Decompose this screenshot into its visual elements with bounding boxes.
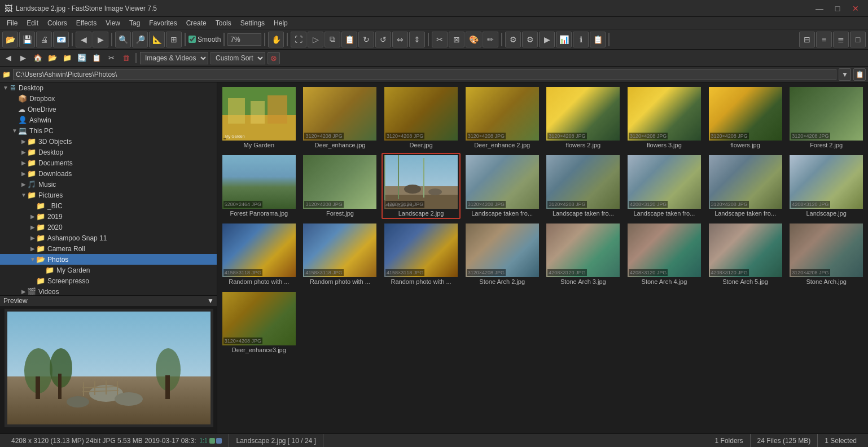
sidebar-item-ashampoo[interactable]: ▶ 📁 Ashampoo Snap 11 — [0, 233, 217, 243]
filter-select[interactable]: Images & Videos All Files Images Only Vi… — [140, 52, 208, 64]
sidebar-item-desktop2[interactable]: ▶ 📁 Desktop — [0, 147, 217, 157]
hand-tool-button[interactable]: ✋ — [268, 32, 284, 47]
crop-button[interactable]: ✂ — [432, 32, 448, 47]
sidebar-item-cameraroll[interactable]: ▶ 📁 Camera Roll — [0, 243, 217, 254]
nav-forward-button[interactable]: ▶ — [17, 52, 29, 64]
minimize-button[interactable]: — — [812, 2, 827, 15]
address-extra-button[interactable]: 📋 — [853, 68, 866, 81]
color-button[interactable]: 🎨 — [466, 32, 481, 47]
view-details-button[interactable]: ≣ — [833, 32, 849, 47]
address-go-button[interactable]: ▼ — [839, 68, 851, 81]
print-button[interactable]: 🖨 — [36, 32, 52, 47]
sidebar-item-3dobjects[interactable]: ▶ 📁 3D Objects — [0, 136, 217, 147]
menu-favorites[interactable]: Favorites — [144, 18, 181, 28]
close-button[interactable]: ✕ — [848, 2, 863, 15]
sidebar-item-dropbox[interactable]: 📦 Dropbox — [0, 93, 217, 104]
nav-back-button[interactable]: ◀ — [2, 52, 15, 64]
sidebar-item-thispc[interactable]: ▼ 💻 This PC — [0, 125, 217, 136]
thumbnail-item[interactable]: 3120×4208 JPG flowers 3.jpg — [625, 85, 704, 151]
thumbnail-item[interactable]: 4208×3120 JPG Landscape taken fro... — [625, 153, 704, 219]
slideshow-button[interactable]: ▷ — [308, 32, 323, 47]
sidebar-item-onedrive[interactable]: ☁ OneDrive — [0, 104, 217, 115]
thumbnail-item[interactable]: 4208×3120 JPG Stone Arch 5.jpg — [706, 221, 785, 287]
copy-button[interactable]: 📋 — [341, 32, 357, 47]
fullscreen-button[interactable]: ⛶ — [291, 32, 306, 47]
new-folder-button[interactable]: 📁 — [61, 52, 73, 64]
view-list-button[interactable]: ≡ — [816, 32, 832, 47]
thumbnail-item[interactable]: 3120×4208 JPG flowers 2.jpg — [544, 85, 623, 151]
sidebar-item-music[interactable]: ▶ 🎵 Music — [0, 179, 217, 190]
maximize-button[interactable]: □ — [830, 2, 845, 15]
thumbnail-item[interactable]: 3120×4208 JPG flowers.jpg — [706, 85, 785, 151]
titlebar-controls[interactable]: — □ ✕ — [812, 2, 863, 15]
menu-settings[interactable]: Settings — [236, 18, 269, 28]
thumbnail-item[interactable]: 3120×4208 JPG Landscape taken fro... — [544, 153, 623, 219]
delete-button[interactable]: 🗑 — [120, 52, 132, 64]
address-input[interactable] — [13, 69, 836, 80]
thumbnail-item[interactable]: 4208×3120 JPG Stone Arch 4.jpg — [625, 221, 704, 287]
flip-h-button[interactable]: ⇔ — [392, 32, 408, 47]
menu-edit[interactable]: Edit — [22, 18, 43, 28]
zoom-out-button[interactable]: 🔎 — [132, 32, 148, 47]
thumbnail-item[interactable]: 4158×3118 JPG Random photo with ... — [382, 221, 461, 287]
rotate-cw-button[interactable]: ↻ — [358, 32, 374, 47]
home-button[interactable]: 🏠 — [32, 52, 44, 64]
menu-create[interactable]: Create — [182, 18, 211, 28]
save-button[interactable]: 💾 — [19, 32, 35, 47]
compare-button[interactable]: ⧉ — [325, 32, 340, 47]
sidebar-item-mygarden[interactable]: 📁 My Garden — [0, 265, 217, 275]
resize-button[interactable]: ⊠ — [449, 32, 464, 47]
batch-button[interactable]: ⚙ — [522, 32, 538, 47]
thumbnail-item[interactable]: 3120×4208 JPG Deer.jpg — [382, 85, 461, 151]
sidebar-item-2020[interactable]: ▶ 📁 2020 — [0, 222, 217, 233]
stop-button[interactable]: ⊗ — [268, 52, 280, 64]
sidebar-item-2019[interactable]: ▶ 📁 2019 — [0, 211, 217, 222]
sidebar-item-pictures[interactable]: ▼ 📁 Pictures — [0, 190, 217, 200]
sort-select[interactable]: Custom Sort By Name By Date By Size By T… — [211, 52, 265, 64]
folder-button[interactable]: 📂 — [46, 52, 59, 64]
sidebar-item-photos[interactable]: ▼ 📂 Photos — [0, 254, 217, 265]
email-button[interactable]: 📧 — [53, 32, 69, 47]
move-to-button[interactable]: ✂ — [105, 52, 117, 64]
thumbnail-item[interactable]: 3120×4208 JPG Deer_enhance 2.jpg — [463, 85, 542, 151]
menu-colors[interactable]: Colors — [43, 18, 72, 28]
thumbnail-item[interactable]: 4158×3118 JPG Random photo with ... — [301, 221, 380, 287]
thumbnail-item[interactable]: 3120×4208 JPG Deer_enhance3.jpg — [220, 290, 299, 356]
slideshow2-button[interactable]: ▶ — [539, 32, 555, 47]
thumbnail-item[interactable]: 3120×4208 JPG Landscape taken fro... — [706, 153, 785, 219]
draw-button[interactable]: ✏ — [483, 32, 498, 47]
prev-button[interactable]: ◀ — [76, 32, 91, 47]
next-button[interactable]: ▶ — [93, 32, 108, 47]
thumbnail-item[interactable]: My Garden My Garden — [220, 85, 299, 151]
histogram-button[interactable]: 📊 — [556, 32, 572, 47]
sidebar-item-desktop[interactable]: ▼ 🖥 Desktop — [0, 82, 217, 93]
menu-effects[interactable]: Effects — [72, 18, 101, 28]
menu-view[interactable]: View — [101, 18, 125, 28]
thumbnail-item[interactable]: 4208×3120 JPG Stone Arch 3.jpg — [544, 221, 623, 287]
smooth-checkbox-label[interactable]: Smooth — [188, 36, 221, 43]
refresh-button[interactable]: 🔄 — [76, 52, 88, 64]
zoom-percent-input[interactable] — [227, 33, 261, 46]
thumbnail-item[interactable]: 3120×4208 JPG Stone Arch 2.jpg — [463, 221, 542, 287]
thumbnail-item-selected[interactable]: 4208×3120 JPG 4208×3120 JPG Landscape 2.… — [382, 153, 461, 219]
menu-file[interactable]: File — [2, 18, 22, 28]
thumbnail-item[interactable]: 4158×3118 JPG Random photo with ... — [220, 221, 299, 287]
sidebar-item-ashwin[interactable]: 👤 Ashwin — [0, 115, 217, 125]
smooth-checkbox[interactable] — [188, 36, 196, 43]
menu-tag[interactable]: Tag — [125, 18, 144, 28]
view-thumbs-button[interactable]: ⊟ — [799, 32, 815, 47]
zoom-in-button[interactable]: 🔍 — [115, 32, 131, 47]
thumbnail-item[interactable]: 5280×2464 JPG Forest Panorama.jpg — [220, 153, 299, 219]
fit-button[interactable]: 📐 — [149, 32, 165, 47]
exif-button[interactable]: ℹ — [573, 32, 589, 47]
copy-to-button[interactable]: 📋 — [90, 52, 103, 64]
thumbnail-item[interactable]: 3120×4208 JPG Deer_enhance.jpg — [301, 85, 380, 151]
rotate-ccw-button[interactable]: ↺ — [375, 32, 391, 47]
sidebar-item-bic[interactable]: 📁 _BIC — [0, 200, 217, 211]
thumbnail-item[interactable]: 3120×4208 JPG Stone Arch.jpg — [787, 221, 866, 287]
info-button[interactable]: 📋 — [590, 32, 606, 47]
view-full-button[interactable]: □ — [850, 32, 866, 47]
sidebar-item-downloads[interactable]: ▶ 📁 Downloads — [0, 168, 217, 179]
thumbnail-item[interactable]: 3120×4208 JPG Forest 2.jpg — [787, 85, 866, 151]
sidebar-item-documents[interactable]: ▶ 📁 Documents — [0, 157, 217, 168]
